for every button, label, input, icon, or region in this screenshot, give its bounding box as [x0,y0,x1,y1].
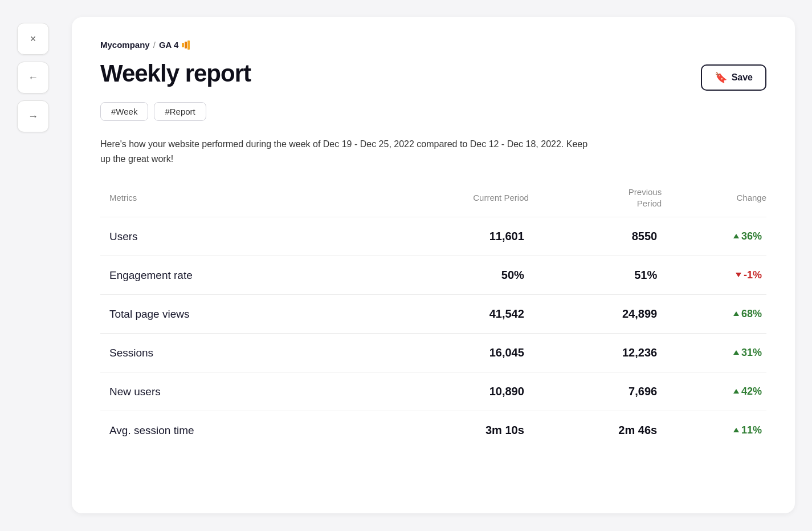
metric-label: Total page views [100,295,374,334]
arrow-up-icon [733,234,739,238]
tags-container: #Week #Report [100,102,766,121]
arrow-up-icon [733,389,739,394]
arrow-down-icon [736,273,741,277]
header-row: Weekly report 🔖 Save [100,60,766,91]
change-value: 36% [662,217,766,256]
breadcrumb-separator: / [153,40,156,50]
table-row: Avg. session time 3m 10s 2m 46s 11% [100,411,766,450]
current-value: 10,890 [374,372,529,411]
table-row: Sessions 16,045 12,236 31% [100,334,766,372]
previous-value: 7,696 [529,372,662,411]
description-text: Here's how your website performed during… [100,137,590,166]
previous-value: 51% [529,256,662,295]
change-value: 11% [662,411,766,450]
metrics-table: Metrics Current Period PreviousPeriod Ch… [100,187,766,449]
bookmark-icon: 🔖 [715,71,727,84]
change-value: 68% [662,295,766,334]
tag-report[interactable]: #Report [154,102,206,121]
current-value: 41,542 [374,295,529,334]
close-button[interactable]: × [17,23,49,55]
table-row: Total page views 41,542 24,899 68% [100,295,766,334]
metric-label: Users [100,217,374,256]
metric-label: Sessions [100,334,374,372]
current-value: 3m 10s [374,411,529,450]
breadcrumb: Mycompany / GA 4 [100,40,766,50]
previous-value: 12,236 [529,334,662,372]
table-row: Users 11,601 8550 36% [100,217,766,256]
previous-value: 24,899 [529,295,662,334]
change-value: -1% [662,256,766,295]
previous-value: 8550 [529,217,662,256]
analytics-icon [182,40,190,50]
current-value: 16,045 [374,334,529,372]
property-name: GA 4 [159,40,178,50]
table-row: New users 10,890 7,696 42% [100,372,766,411]
arrow-up-icon [733,311,739,316]
main-content: Mycompany / GA 4 Weekly report 🔖 Save #W… [72,17,795,513]
change-value: 42% [662,372,766,411]
company-name: Mycompany [100,40,150,50]
arrow-up-icon [733,350,739,355]
page-title: Weekly report [100,60,251,87]
close-icon: × [30,33,36,45]
save-label: Save [732,72,753,83]
arrow-up-icon [733,428,739,432]
col-header-current: Current Period [374,187,529,217]
metric-label: Avg. session time [100,411,374,450]
forward-icon: → [28,111,38,123]
forward-button[interactable]: → [17,100,49,132]
back-button[interactable]: ← [17,62,49,94]
save-button[interactable]: 🔖 Save [701,64,766,91]
back-icon: ← [28,72,38,84]
col-header-previous: PreviousPeriod [529,187,662,217]
current-value: 50% [374,256,529,295]
col-header-change: Change [662,187,766,217]
metric-label: Engagement rate [100,256,374,295]
col-header-metric: Metrics [100,187,374,217]
tag-week[interactable]: #Week [100,102,148,121]
change-value: 31% [662,334,766,372]
current-value: 11,601 [374,217,529,256]
previous-value: 2m 46s [529,411,662,450]
sidebar: × ← → [17,23,49,132]
metric-label: New users [100,372,374,411]
table-row: Engagement rate 50% 51% -1% [100,256,766,295]
